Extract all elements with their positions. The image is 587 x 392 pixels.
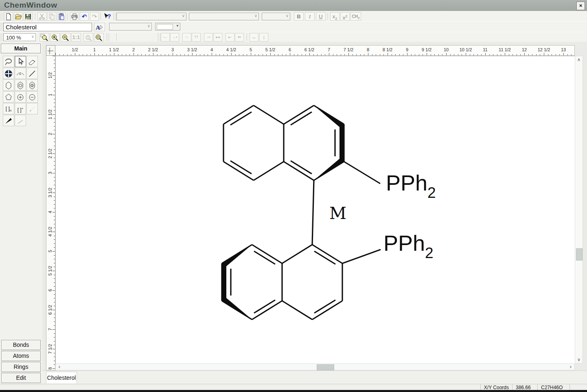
ruler-label: 8 1/2 xyxy=(383,47,392,52)
save-button[interactable] xyxy=(24,12,33,21)
bold-button[interactable]: B xyxy=(294,12,304,21)
chain-angle-tool[interactable]: 0 xyxy=(15,68,26,79)
atom-label[interactable]: M xyxy=(329,204,346,223)
distribute-vertical-button[interactable]: ▾▪ xyxy=(235,33,244,42)
toolbar-gripper[interactable] xyxy=(114,13,116,20)
zoom-level-combobox[interactable]: 100 % ∨ xyxy=(3,33,36,41)
repeat-bracket-tool[interactable]: [ ]n xyxy=(3,103,14,114)
single-bond-tool[interactable] xyxy=(26,68,38,79)
superscript-button[interactable]: x2 xyxy=(340,12,350,21)
negative-charge-tool[interactable] xyxy=(26,91,38,103)
move-tool[interactable] xyxy=(3,68,14,79)
ch2-label-button[interactable]: CH2 xyxy=(350,12,361,21)
vertical-scrollbar[interactable]: ∧ ∨ xyxy=(575,56,583,364)
pointer-select-tool[interactable] xyxy=(15,56,26,67)
copy-button[interactable] xyxy=(47,12,56,21)
align-left-button[interactable]: ◦← xyxy=(161,33,170,42)
lasso-select-tool[interactable] xyxy=(3,56,14,67)
vertical-scroll-thumb[interactable] xyxy=(576,248,583,261)
wedge-bond-tool[interactable] xyxy=(3,115,14,126)
text-style-button[interactable]: A xyxy=(94,23,105,31)
cursor-arrow-icon xyxy=(15,57,25,67)
fit-page-button[interactable] xyxy=(83,33,93,42)
document-tab-cholesterol[interactable]: Cholesterol xyxy=(46,372,77,383)
italic-button[interactable]: I xyxy=(305,12,315,21)
distribute-horizontal-button[interactable]: ▸◦ xyxy=(226,33,234,42)
molecule-name-input[interactable] xyxy=(3,23,92,31)
context-help-button[interactable]: ? xyxy=(103,12,112,21)
font-name-combobox[interactable]: ∨ xyxy=(189,13,259,20)
zoom-selection-button[interactable] xyxy=(94,33,104,42)
center-horizontal-button[interactable]: ▸◂ xyxy=(213,33,222,42)
zoom-marquee-button[interactable] xyxy=(39,33,49,42)
template-combobox[interactable]: ∨ xyxy=(116,13,186,20)
benzene-kekule-tool[interactable] xyxy=(26,79,38,91)
dropdown-arrow-icon[interactable]: ▼ xyxy=(176,24,179,28)
benzene-ring-tool[interactable] xyxy=(15,79,26,91)
print-button[interactable] xyxy=(70,12,79,21)
atom-label[interactable]: PPh xyxy=(383,231,425,255)
atom-label[interactable]: 2 xyxy=(427,184,436,201)
sidebar-tab-edit[interactable]: Edit xyxy=(1,373,41,383)
hash-bond-tool[interactable] xyxy=(15,115,26,126)
undo-button[interactable]: ↶ xyxy=(80,12,89,21)
sidebar-tab-rings[interactable]: Rings xyxy=(1,362,41,372)
sidebar-tab-bonds[interactable]: Bonds xyxy=(1,340,41,350)
color-picker-combobox[interactable]: ▼ xyxy=(155,23,180,31)
ruler-tick xyxy=(54,294,55,295)
palette-header[interactable]: Main xyxy=(1,44,41,53)
zoom-in-button[interactable] xyxy=(50,33,60,42)
positive-charge-tool[interactable] xyxy=(15,91,26,103)
scroll-right-arrow[interactable]: › xyxy=(567,364,574,370)
align-top-button[interactable]: ↑↓ xyxy=(182,33,191,42)
ruler-tick xyxy=(54,263,55,263)
new-document-button[interactable] xyxy=(4,12,13,21)
scroll-up-arrow[interactable]: ∧ xyxy=(576,57,582,63)
underline-button[interactable]: U xyxy=(316,12,326,21)
chevron-down-icon: ∨ xyxy=(286,13,289,18)
center-vertical-button[interactable]: ↓▪ xyxy=(204,33,213,42)
ruler-tick xyxy=(94,53,95,55)
ruler-tick xyxy=(114,53,114,55)
scroll-down-arrow[interactable]: ∨ xyxy=(576,357,582,363)
cut-button[interactable] xyxy=(37,12,46,21)
eraser-tool[interactable] xyxy=(26,56,38,67)
atom-symbol-combobox[interactable]: ∨ xyxy=(109,23,152,31)
horizontal-scroll-thumb[interactable] xyxy=(317,364,334,370)
space-horizontal-button[interactable]: ↔ xyxy=(250,33,258,42)
open-button[interactable] xyxy=(14,12,23,21)
toolbar-gripper[interactable] xyxy=(1,13,3,20)
drawing-canvas[interactable]: PPh2PPh2M xyxy=(55,56,575,364)
toolbar-gripper[interactable] xyxy=(158,33,160,41)
paste-button[interactable] xyxy=(57,12,66,21)
ruler-origin-button[interactable] xyxy=(46,45,55,56)
scroll-left-arrow[interactable]: ‹ xyxy=(56,364,63,370)
close-button[interactable]: × xyxy=(576,2,585,10)
horizontal-scrollbar[interactable]: ‹ › xyxy=(55,364,575,370)
cyclohexane-ring-tool[interactable] xyxy=(3,79,14,91)
charge-bracket-tool[interactable]: [ ]+ xyxy=(15,103,26,114)
sidebar-tab-atoms[interactable]: Atoms xyxy=(1,351,41,361)
atom-label[interactable]: 2 xyxy=(425,245,434,261)
ruler-tick xyxy=(59,54,60,55)
atom-label[interactable]: PPh xyxy=(386,171,427,195)
ruler-tick xyxy=(227,54,228,55)
hexagon-icon xyxy=(4,81,13,90)
bracket-plus-sup: + xyxy=(22,107,24,110)
ruler-tick xyxy=(53,173,55,173)
align-right-button[interactable]: →▪ xyxy=(170,33,179,42)
actual-size-button[interactable]: 1:1 xyxy=(71,33,81,42)
ruler-tick xyxy=(520,54,521,55)
redo-button[interactable]: ↷ xyxy=(90,12,99,21)
cyclopentane-ring-tool[interactable] xyxy=(3,91,14,103)
ruler-tick xyxy=(54,314,55,314)
subscript-button[interactable]: x2 xyxy=(330,12,339,21)
toolbar-gripper[interactable] xyxy=(107,33,109,41)
formula-value: C27H46O xyxy=(538,384,570,390)
align-bottom-button[interactable]: †† xyxy=(192,33,201,42)
molecule-drawing[interactable]: PPh2PPh2M xyxy=(56,56,575,364)
space-vertical-button[interactable]: ↨ xyxy=(259,33,268,42)
dotted-bond-tool[interactable] xyxy=(26,103,38,114)
font-size-combobox[interactable]: ∨ xyxy=(262,13,290,20)
zoom-out-button[interactable] xyxy=(61,33,70,42)
